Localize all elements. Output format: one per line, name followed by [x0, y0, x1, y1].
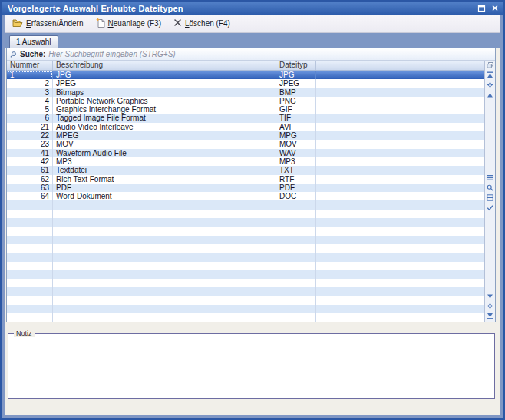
grid-layout-icon[interactable]: [487, 194, 493, 201]
cell-nummer[interactable]: 3: [7, 88, 53, 97]
cell-dateityp[interactable]: GIF: [276, 105, 316, 114]
cell-dateityp[interactable]: RTF: [276, 175, 316, 184]
cell-beschreibung[interactable]: Bitmaps: [53, 88, 276, 97]
column-header-nummer[interactable]: Nummer: [7, 61, 53, 70]
column-header-beschreibung[interactable]: Beschreibung: [53, 61, 276, 70]
cell-nummer[interactable]: 6: [7, 114, 53, 122]
cell-nummer[interactable]: 22: [7, 131, 53, 140]
cell-nummer[interactable]: 41: [7, 149, 53, 157]
table-row[interactable]: 5Graphics Interchange FormatGIF: [7, 105, 484, 114]
cell-nummer[interactable]: 5: [7, 105, 53, 114]
table-row[interactable]: 42MP3MP3: [7, 157, 484, 166]
cell-filler: [316, 71, 484, 79]
titlebar[interactable]: Vorgelagerte Auswahl Erlaubte Dateitypen: [2, 2, 503, 15]
cell-beschreibung[interactable]: JPG: [53, 71, 276, 79]
cell-dateityp[interactable]: MOV: [276, 140, 316, 148]
table-row[interactable]: 21Audio Video InterleaveAVI: [7, 123, 484, 131]
cell-nummer[interactable]: 4: [7, 97, 53, 105]
cell-filler: [316, 88, 484, 97]
scroll-up-icon[interactable]: [487, 91, 493, 98]
table-row[interactable]: 6Tagged Image File FormatTIF: [7, 114, 484, 122]
table-row[interactable]: 3BitmapsBMP: [7, 88, 484, 97]
scroll-down-icon[interactable]: [487, 293, 493, 299]
table-row[interactable]: 2JPEGJPEG: [7, 79, 484, 88]
checkmark-icon[interactable]: [487, 204, 493, 211]
splitter-icon[interactable]: [487, 174, 493, 181]
toolbar-button-erfassenndern[interactable]: Erfassen/Ändern: [12, 18, 84, 29]
table-row[interactable]: 64Word-DokumentDOC: [7, 192, 484, 200]
table-row[interactable]: 23MOVMOV: [7, 140, 484, 148]
table-row[interactable]: 62Rich Text FormatRTF: [7, 175, 484, 184]
cell-filler: [316, 140, 484, 148]
empty-cell-filler: [316, 253, 484, 261]
note-input[interactable]: [8, 334, 494, 398]
cell-dateityp[interactable]: WAV: [276, 149, 316, 157]
cell-nummer[interactable]: 23: [7, 140, 53, 148]
empty-cell: [276, 305, 316, 313]
toolbar-button-label: Erfassen/Ändern: [26, 19, 84, 28]
cell-beschreibung[interactable]: Graphics Interchange Format: [53, 105, 276, 114]
cell-dateityp[interactable]: TIF: [276, 114, 316, 122]
toolbar-button-neuanlage[interactable]: Neuanlage (F3): [96, 18, 162, 29]
side-toolbar-middle-group: [485, 174, 495, 211]
table-row[interactable]: 61TextdateiTXT: [7, 166, 484, 174]
cell-dateityp[interactable]: DOC: [276, 192, 316, 200]
cell-dateityp[interactable]: MPG: [276, 131, 316, 140]
toolbar-button-lschen[interactable]: Löschen (F4): [173, 18, 230, 28]
cell-beschreibung[interactable]: Textdatei: [53, 166, 276, 174]
cell-beschreibung[interactable]: Waveform Audio File: [53, 149, 276, 157]
move-icon[interactable]: [487, 81, 493, 88]
search-bar[interactable]: Suche: Hier Suchbegriff eingeben (STRG+S…: [7, 48, 495, 61]
cell-beschreibung[interactable]: PDF: [53, 184, 276, 192]
restore-button[interactable]: [476, 4, 487, 13]
cell-nummer[interactable]: 64: [7, 192, 53, 200]
cell-dateityp[interactable]: PDF: [276, 184, 316, 192]
cell-beschreibung[interactable]: JPEG: [53, 79, 276, 88]
search-icon: [10, 51, 17, 58]
empty-cell: [7, 287, 53, 296]
search-input[interactable]: Hier Suchbegriff eingeben (STRG+S): [48, 50, 175, 58]
empty-cell: [7, 253, 53, 261]
cell-beschreibung[interactable]: Rich Text Format: [53, 175, 276, 184]
grid-side-toolbar[interactable]: [484, 61, 495, 322]
cell-beschreibung[interactable]: MOV: [53, 140, 276, 148]
move-icon[interactable]: [487, 303, 493, 309]
empty-row: [7, 218, 484, 227]
cell-nummer[interactable]: 62: [7, 175, 53, 184]
cell-beschreibung[interactable]: Word-Dokument: [53, 192, 276, 200]
empty-row: [7, 287, 484, 296]
cell-dateityp[interactable]: BMP: [276, 88, 316, 97]
scroll-to-top-icon[interactable]: [487, 71, 493, 78]
table-row[interactable]: 1JPGJPG: [7, 71, 484, 79]
close-button[interactable]: [490, 4, 500, 13]
cell-dateityp[interactable]: MP3: [276, 157, 316, 166]
cell-beschreibung[interactable]: Portable Network Graphics: [53, 97, 276, 105]
cell-beschreibung[interactable]: MPEG: [53, 131, 276, 140]
table-row[interactable]: 63PDFPDF: [7, 184, 484, 192]
cell-dateityp[interactable]: JPEG: [276, 79, 316, 88]
cell-filler: [316, 166, 484, 174]
table-row[interactable]: 22MPEGMPG: [7, 131, 484, 140]
cell-nummer[interactable]: 63: [7, 184, 53, 192]
cell-dateityp[interactable]: PNG: [276, 97, 316, 105]
cell-beschreibung[interactable]: Audio Video Interleave: [53, 123, 276, 131]
cell-nummer[interactable]: 1: [7, 71, 53, 79]
column-chooser-icon[interactable]: [487, 61, 493, 68]
cell-beschreibung[interactable]: Tagged Image File Format: [53, 114, 276, 122]
cell-nummer[interactable]: 21: [7, 123, 53, 131]
cell-dateityp[interactable]: JPG: [276, 71, 316, 79]
column-header-dateityp[interactable]: Dateityp: [276, 61, 316, 70]
cell-dateityp[interactable]: TXT: [276, 166, 316, 174]
scroll-to-bottom-icon[interactable]: [487, 313, 493, 319]
cell-beschreibung[interactable]: MP3: [53, 157, 276, 166]
table-row[interactable]: 41Waveform Audio FileWAV: [7, 149, 484, 157]
cell-nummer[interactable]: 61: [7, 166, 53, 174]
table-row[interactable]: 4Portable Network GraphicsPNG: [7, 97, 484, 105]
empty-cell-filler: [316, 270, 484, 279]
cell-dateityp[interactable]: AVI: [276, 123, 316, 131]
cell-nummer[interactable]: 42: [7, 157, 53, 166]
empty-cell: [7, 279, 53, 287]
magnifier-icon[interactable]: [487, 184, 493, 191]
tab-auswahl[interactable]: 1 Auswahl: [9, 35, 58, 48]
cell-nummer[interactable]: 2: [7, 79, 53, 88]
